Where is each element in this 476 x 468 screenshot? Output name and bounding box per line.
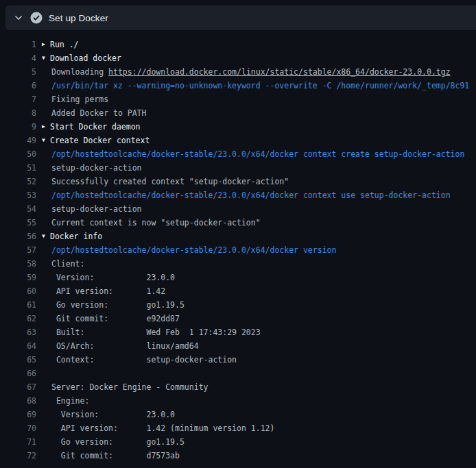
log-line: 7 Fixing perms bbox=[0, 93, 476, 106]
log-line: 69 Version: 23.0.0 bbox=[0, 408, 476, 421]
caret-spacer bbox=[36, 243, 50, 257]
line-number[interactable]: 6 bbox=[0, 79, 36, 93]
caret-spacer bbox=[36, 325, 50, 339]
step-title: Set up Docker bbox=[49, 13, 108, 23]
caret-down-icon[interactable]: ▼ bbox=[36, 51, 50, 65]
caret-spacer bbox=[36, 65, 50, 79]
caret-right-icon[interactable]: ▶ bbox=[36, 120, 50, 134]
log-text: Git commit: e92dd87 bbox=[50, 312, 476, 325]
log-text: API version: 1.42 (minimum version 1.12) bbox=[50, 421, 476, 435]
log-text: Client: bbox=[50, 257, 476, 271]
log-line: 60 API version: 1.42 bbox=[0, 284, 476, 298]
log-line-with-link: Downloading https://download.docker.com/… bbox=[50, 65, 476, 79]
log-line: 68 Engine: bbox=[0, 394, 476, 408]
log-text-prefix: Downloading bbox=[51, 67, 108, 77]
line-number[interactable]: 61 bbox=[0, 298, 36, 312]
log-line: 4 ▼ Download docker bbox=[0, 51, 476, 65]
line-number[interactable]: 72 bbox=[0, 449, 36, 463]
chevron-down-icon[interactable] bbox=[14, 14, 23, 22]
caret-spacer bbox=[36, 380, 50, 394]
log-group-title[interactable]: Create Docker context bbox=[50, 134, 476, 147]
caret-spacer bbox=[36, 408, 50, 421]
line-number[interactable]: 4 bbox=[0, 51, 36, 65]
log-line: 65 Context: setup-docker-action bbox=[0, 353, 476, 367]
caret-spacer bbox=[36, 106, 50, 120]
caret-spacer bbox=[36, 147, 50, 161]
log-line: 61 Go version: go1.19.5 bbox=[0, 298, 476, 312]
log-group-title[interactable]: Run ./ bbox=[50, 38, 476, 51]
log-line: 1 ▶ Run ./ bbox=[0, 38, 476, 51]
line-number[interactable]: 59 bbox=[0, 271, 36, 284]
line-number[interactable]: 52 bbox=[0, 175, 36, 188]
caret-spacer bbox=[36, 202, 50, 216]
line-number[interactable]: 65 bbox=[0, 353, 36, 367]
log-line: 71 Go version: go1.19.5 bbox=[0, 435, 476, 449]
line-number[interactable]: 49 bbox=[0, 134, 36, 147]
line-number[interactable]: 63 bbox=[0, 325, 36, 339]
line-number[interactable]: 58 bbox=[0, 257, 36, 271]
line-number[interactable]: 64 bbox=[0, 339, 36, 353]
line-number[interactable]: 54 bbox=[0, 202, 36, 216]
step-header[interactable]: Set up Docker bbox=[5, 5, 476, 30]
log-text: Successfully created context "setup-dock… bbox=[50, 175, 476, 188]
log-text: Engine: bbox=[50, 394, 476, 408]
log-line: 67 Server: Docker Engine - Community bbox=[0, 380, 476, 394]
log-text: API version: 1.42 bbox=[50, 284, 476, 298]
caret-spacer bbox=[36, 93, 50, 106]
line-number[interactable]: 55 bbox=[0, 216, 36, 230]
line-number[interactable]: 5 bbox=[0, 65, 36, 79]
line-number[interactable]: 68 bbox=[0, 394, 36, 408]
log-line: 51 setup-docker-action bbox=[0, 161, 476, 175]
log-group-title[interactable]: Docker info bbox=[50, 230, 476, 243]
log-text: Current context is now "setup-docker-act… bbox=[50, 216, 476, 230]
caret-spacer bbox=[36, 161, 50, 175]
log-command-text: /usr/bin/tar xz --warning=no-unknown-key… bbox=[50, 79, 476, 93]
log-text: Version: 23.0.0 bbox=[50, 408, 476, 421]
log-text: Version: 23.0.0 bbox=[50, 271, 476, 284]
line-number[interactable]: 62 bbox=[0, 312, 36, 325]
caret-down-icon[interactable]: ▼ bbox=[36, 230, 50, 243]
log-text: Server: Docker Engine - Community bbox=[50, 380, 476, 394]
caret-spacer bbox=[36, 298, 50, 312]
caret-spacer bbox=[36, 394, 50, 408]
line-number[interactable]: 71 bbox=[0, 435, 36, 449]
log-container: 1 ▶ Run ./ 4 ▼ Download docker 5 Downloa… bbox=[0, 30, 476, 463]
log-text: Fixing perms bbox=[50, 93, 476, 106]
line-number[interactable]: 56 bbox=[0, 230, 36, 243]
caret-right-icon[interactable]: ▶ bbox=[36, 38, 50, 51]
log-line: 57 /opt/hostedtoolcache/docker-stable/23… bbox=[0, 243, 476, 257]
line-number[interactable]: 67 bbox=[0, 380, 36, 394]
line-number[interactable]: 1 bbox=[0, 38, 36, 51]
caret-down-icon[interactable]: ▼ bbox=[36, 134, 50, 147]
line-number[interactable]: 53 bbox=[0, 188, 36, 202]
line-number[interactable]: 51 bbox=[0, 161, 36, 175]
log-line: 55 Current context is now "setup-docker-… bbox=[0, 216, 476, 230]
log-line: 70 API version: 1.42 (minimum version 1.… bbox=[0, 421, 476, 435]
log-text: Go version: go1.19.5 bbox=[50, 435, 476, 449]
line-number[interactable]: 8 bbox=[0, 106, 36, 120]
line-number[interactable]: 9 bbox=[0, 120, 36, 134]
caret-spacer bbox=[36, 435, 50, 449]
log-line: 49 ▼ Create Docker context bbox=[0, 134, 476, 147]
log-line: 62 Git commit: e92dd87 bbox=[0, 312, 476, 325]
caret-spacer bbox=[36, 367, 50, 380]
log-text: Built: Wed Feb 1 17:43:29 2023 bbox=[50, 325, 476, 339]
log-line: 52 Successfully created context "setup-d… bbox=[0, 175, 476, 188]
log-group-title[interactable]: Start Docker daemon bbox=[50, 120, 476, 134]
line-number[interactable]: 66 bbox=[0, 367, 36, 380]
log-link[interactable]: https://download.docker.com/linux/static… bbox=[108, 67, 451, 77]
line-number[interactable]: 60 bbox=[0, 284, 36, 298]
caret-spacer bbox=[36, 421, 50, 435]
log-line: 66 bbox=[0, 367, 476, 380]
log-text: Added Docker to PATH bbox=[50, 106, 476, 120]
line-number[interactable]: 57 bbox=[0, 243, 36, 257]
log-line: 9 ▶ Start Docker daemon bbox=[0, 120, 476, 134]
line-number[interactable]: 69 bbox=[0, 408, 36, 421]
line-number[interactable]: 50 bbox=[0, 147, 36, 161]
log-group-title[interactable]: Download docker bbox=[50, 51, 476, 65]
log-command-text: /opt/hostedtoolcache/docker-stable/23.0.… bbox=[50, 147, 476, 161]
log-line: 58 Client: bbox=[0, 257, 476, 271]
line-number[interactable]: 70 bbox=[0, 421, 36, 435]
line-number[interactable]: 7 bbox=[0, 93, 36, 106]
log-text: Git commit: d7573ab bbox=[50, 449, 476, 463]
